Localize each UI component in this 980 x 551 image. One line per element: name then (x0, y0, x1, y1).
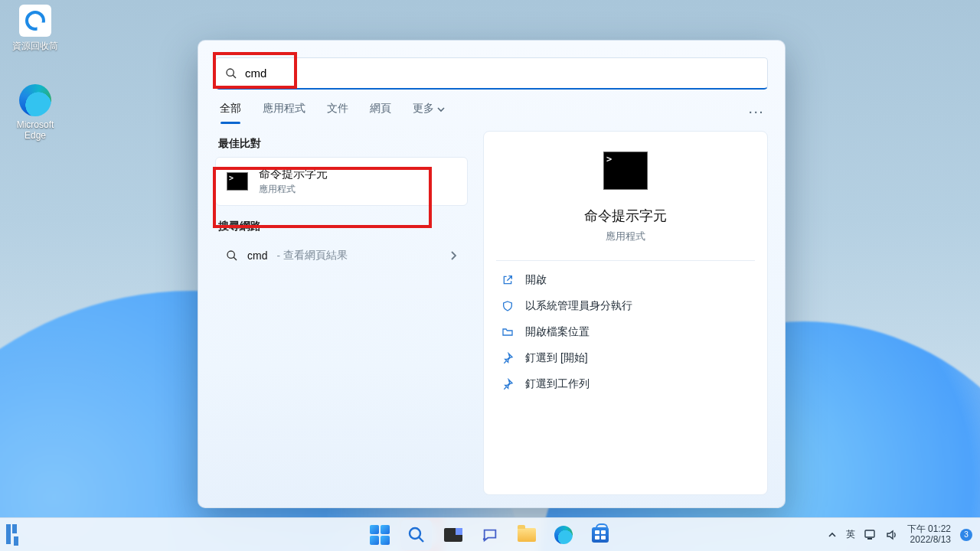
edge-icon (19, 84, 51, 116)
tab-more-label: 更多 (413, 102, 434, 114)
web-result-row[interactable]: cmd - 查看網頁結果 (215, 240, 468, 272)
clock-time: 下午 01:22 (907, 524, 951, 535)
clock[interactable]: 下午 01:22 2022/8/13 (907, 524, 951, 546)
chat-button[interactable] (475, 520, 505, 550)
search-button[interactable] (401, 520, 432, 550)
desktop-icon-recycle-bin[interactable]: 資源回收筒 (6, 5, 64, 53)
svg-line-5 (419, 537, 423, 542)
search-input[interactable] (245, 67, 758, 80)
desktop-icon-edge[interactable]: Microsoft Edge (6, 84, 64, 141)
action-label: 釘選到 [開始] (525, 351, 588, 365)
search-web-heading: 搜尋網路 (218, 220, 468, 233)
desktop-icon-label: 資源回收筒 (6, 40, 64, 53)
svg-point-2 (227, 251, 234, 258)
clock-date: 2022/8/13 (907, 535, 951, 546)
result-command-prompt[interactable]: 命令提示字元 應用程式 (215, 157, 468, 206)
action-pin-to-start[interactable]: 釘選到 [開始] (496, 345, 755, 371)
result-subtitle: 應用程式 (259, 183, 328, 196)
search-options-button[interactable]: ··· (749, 106, 765, 119)
windows-icon (370, 525, 390, 545)
tab-docs[interactable]: 文件 (325, 102, 350, 123)
open-icon (501, 273, 514, 287)
store-icon (592, 527, 609, 543)
tab-more[interactable]: 更多 (411, 102, 446, 123)
tab-web[interactable]: 網頁 (368, 102, 393, 123)
pin-icon (501, 377, 514, 391)
web-result-suffix: - 查看網頁結果 (276, 249, 347, 262)
svg-point-0 (227, 69, 234, 76)
action-run-as-admin[interactable]: 以系統管理員身分執行 (496, 293, 755, 319)
svg-point-4 (410, 528, 420, 539)
shield-icon (501, 299, 514, 313)
notification-badge[interactable]: 3 (960, 529, 972, 541)
folder-icon (501, 325, 514, 339)
edge-button[interactable] (548, 520, 579, 550)
filter-tabs: 全部 應用程式 文件 網頁 更多 ··· (218, 102, 765, 123)
file-explorer-button[interactable] (511, 520, 542, 550)
preview-cmd-icon (603, 152, 648, 190)
network-icon[interactable] (864, 530, 877, 540)
svg-rect-8 (867, 538, 872, 540)
svg-point-6 (483, 537, 486, 540)
action-label: 釘選到工作列 (525, 377, 590, 391)
tab-apps[interactable]: 應用程式 (261, 102, 307, 123)
search-bar[interactable] (215, 57, 768, 90)
task-view-icon (444, 528, 462, 542)
edge-icon (554, 526, 573, 544)
preview-title: 命令提示字元 (496, 207, 755, 225)
preview-pane: 命令提示字元 應用程式 開啟 以系統管理員身分執行 開啟檔案位置 (483, 131, 768, 495)
store-button[interactable] (585, 520, 616, 550)
chevron-down-icon (437, 106, 445, 113)
search-icon (226, 249, 238, 262)
tab-all[interactable]: 全部 (218, 102, 243, 123)
chat-icon (482, 527, 498, 543)
web-result-term: cmd (247, 249, 267, 262)
divider (496, 260, 755, 261)
search-icon (225, 67, 237, 80)
folder-icon (518, 528, 536, 542)
pin-icon (501, 351, 514, 365)
recycle-bin-icon (19, 5, 51, 37)
best-match-heading: 最佳比對 (218, 137, 468, 151)
action-pin-to-taskbar[interactable]: 釘選到工作列 (496, 371, 755, 397)
volume-icon[interactable] (886, 530, 898, 540)
ime-indicator[interactable]: 英 (846, 528, 855, 541)
taskbar: 英 下午 01:22 2022/8/13 3 (0, 517, 980, 551)
action-label: 開啟 (525, 273, 547, 287)
chevron-right-icon (449, 251, 457, 260)
start-button[interactable] (364, 520, 395, 550)
action-open[interactable]: 開啟 (496, 267, 755, 293)
start-search-panel: 全部 應用程式 文件 網頁 更多 ··· 最佳比對 命令提示字元 應用程式 搜尋… (198, 40, 786, 508)
result-title: 命令提示字元 (259, 167, 328, 181)
action-open-file-location[interactable]: 開啟檔案位置 (496, 319, 755, 345)
cmd-icon (227, 172, 248, 191)
preview-subtitle: 應用程式 (496, 230, 755, 243)
desktop-icon-label: Microsoft Edge (6, 119, 64, 141)
widgets-button[interactable] (6, 524, 17, 546)
tray-overflow-button[interactable] (828, 530, 837, 540)
svg-rect-7 (865, 530, 874, 537)
action-label: 開啟檔案位置 (525, 325, 590, 339)
action-label: 以系統管理員身分執行 (525, 299, 632, 313)
task-view-button[interactable] (438, 520, 469, 550)
svg-line-3 (234, 257, 237, 260)
search-icon (407, 526, 426, 544)
svg-line-1 (233, 75, 236, 78)
